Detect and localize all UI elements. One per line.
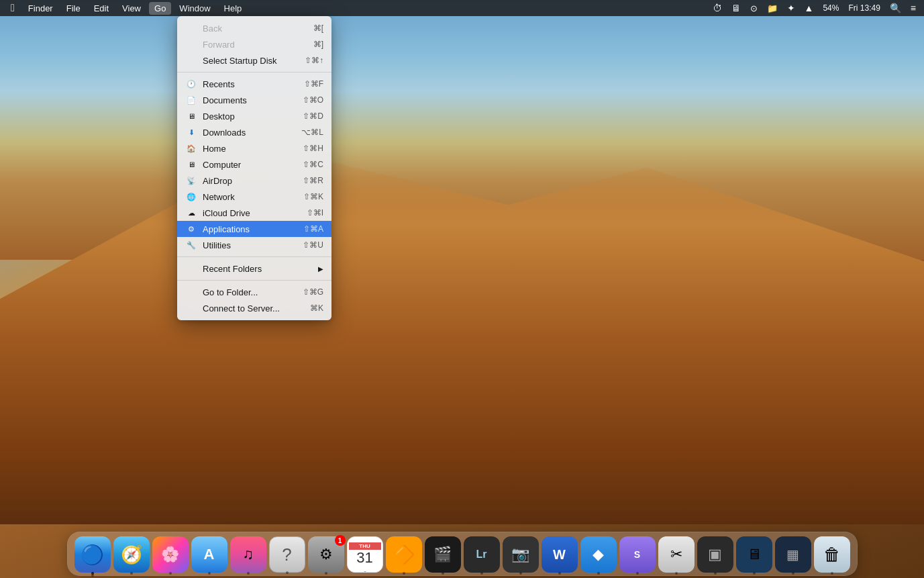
desktop: [0, 0, 924, 578]
dock-item-calendar[interactable]: THU 31: [347, 536, 383, 573]
dock-item-safari[interactable]: 🧭: [113, 536, 150, 573]
dock-item-claquette[interactable]: 🎬: [425, 536, 461, 573]
network-label: Network: [203, 192, 303, 202]
dock-item-screens[interactable]: 🖥: [736, 536, 772, 573]
screen-record-icon[interactable]: ⊙: [748, 2, 760, 15]
menu-item-network[interactable]: 🌐 Network ⇧⌘K: [177, 189, 331, 205]
forward-label: Forward: [203, 40, 313, 50]
dock-item-preferences[interactable]: ⚙ 1: [308, 536, 344, 573]
menu-item-startup[interactable]: Select Startup Disk ⇧⌘↑: [177, 52, 331, 68]
home-shortcut: ⇧⌘H: [303, 144, 323, 153]
documents-shortcut: ⇧⌘O: [303, 95, 323, 105]
menubar-left:  Finder File Edit View Go Window Help: [5, 2, 247, 15]
finder-icon-tray[interactable]: 📁: [764, 2, 780, 15]
icloud-shortcut: ⇧⌘I: [307, 208, 323, 218]
divider-1: [177, 72, 331, 73]
recents-label: Recents: [203, 79, 304, 89]
desktop-icon: 🖥: [185, 110, 197, 122]
dock-item-tes[interactable]: ✂: [658, 536, 695, 573]
menu-item-documents[interactable]: 📄 Documents ⇧⌘O: [177, 92, 331, 108]
apple-menu[interactable]: : [5, 2, 20, 14]
dock-item-appstore[interactable]: A: [191, 536, 227, 573]
menu-item-forward[interactable]: Forward ⌘]: [177, 36, 331, 52]
window-menu[interactable]: Window: [174, 2, 215, 15]
downloads-label: Downloads: [203, 128, 301, 138]
divider-3: [177, 280, 331, 281]
connect-server-icon: [185, 302, 197, 314]
dock-item-word[interactable]: W: [542, 536, 578, 573]
connect-server-label: Connect to Server...: [203, 303, 310, 314]
menu-item-recents[interactable]: 🕐 Recents ⇧⌘F: [177, 76, 331, 92]
go-menu-section-3: Recent Folders ▶: [177, 259, 331, 278]
utilities-shortcut: ⇧⌘U: [303, 240, 323, 250]
downloads-icon: ⬇: [185, 126, 197, 138]
file-menu[interactable]: File: [61, 2, 86, 15]
dock-item-finder[interactable]: 🔵: [74, 536, 111, 573]
dock: 🔵 🧭 🌸 A ♫ ? ⚙ 1 THU 31 🔶 🎬 Lr 📷 W ◆: [68, 532, 857, 575]
dock-item-camlock[interactable]: 📷: [503, 536, 539, 573]
display-icon[interactable]: 🖥: [729, 1, 743, 15]
connect-server-shortcut: ⌘K: [310, 303, 323, 313]
dock-item-help[interactable]: ?: [269, 536, 305, 573]
desktop-shortcut: ⇧⌘D: [303, 111, 323, 121]
go-menu-dropdown: Back ⌘[ Forward ⌘] Select Startup Disk ⇧…: [177, 16, 331, 320]
computer-icon: 🖥: [185, 158, 197, 171]
divider-2: [177, 256, 331, 257]
finder-menu[interactable]: Finder: [23, 2, 58, 15]
menu-item-computer[interactable]: 🖥 Computer ⇧⌘C: [177, 156, 331, 173]
airdrop-icon: 📡: [185, 175, 197, 187]
menu-item-desktop[interactable]: 🖥 Desktop ⇧⌘D: [177, 108, 331, 124]
icloud-icon: ☁: [185, 207, 197, 219]
computer-shortcut: ⇧⌘C: [303, 160, 323, 169]
dock-item-dropbox[interactable]: ◆: [580, 536, 617, 573]
menu-item-recent-folders[interactable]: Recent Folders ▶: [177, 260, 331, 277]
applications-shortcut: ⇧⌘A: [303, 224, 323, 234]
recent-folders-label: Recent Folders: [203, 264, 315, 274]
time-machine-icon[interactable]: ⏱: [710, 1, 725, 15]
menu-item-applications[interactable]: ⚙ Applications ⇧⌘A: [177, 221, 331, 237]
go-menu-trigger[interactable]: Go: [149, 2, 171, 15]
dock-item-screenium[interactable]: ▣: [697, 536, 733, 573]
dock-item-lightroom[interactable]: Lr: [464, 536, 500, 573]
edit-menu[interactable]: Edit: [89, 2, 114, 15]
menu-item-downloads[interactable]: ⬇ Downloads ⌥⌘L: [177, 124, 331, 140]
recent-folders-icon: [185, 262, 197, 275]
recents-shortcut: ⇧⌘F: [304, 79, 323, 89]
dock-item-mosaic[interactable]: ▦: [775, 536, 811, 573]
spotlight-icon[interactable]: 🔍: [887, 1, 904, 15]
startup-icon: [185, 54, 197, 66]
recent-folders-arrow: ▶: [318, 265, 323, 273]
help-menu[interactable]: Help: [219, 2, 248, 15]
dock-item-vlc[interactable]: 🔶: [386, 536, 422, 573]
dock-item-setapp[interactable]: S: [619, 536, 656, 573]
startup-label: Select Startup Disk: [203, 56, 305, 66]
documents-label: Documents: [203, 95, 303, 105]
menu-item-utilities[interactable]: 🔧 Utilities ⇧⌘U: [177, 237, 331, 253]
dock-item-trash[interactable]: 🗑: [814, 536, 850, 573]
network-shortcut: ⇧⌘K: [303, 192, 323, 201]
back-label: Back: [203, 23, 313, 34]
view-menu[interactable]: View: [117, 2, 146, 15]
back-icon: [185, 22, 197, 34]
startup-shortcut: ⇧⌘↑: [305, 56, 323, 65]
menubar:  Finder File Edit View Go Window Help ⏱…: [0, 0, 924, 16]
airdrop-shortcut: ⇧⌘R: [303, 176, 323, 185]
computer-label: Computer: [203, 160, 303, 170]
notification-center-icon[interactable]: ≡: [908, 1, 919, 15]
battery-display[interactable]: 54%: [820, 2, 841, 14]
menu-item-home[interactable]: 🏠 Home ⇧⌘H: [177, 140, 331, 156]
menu-item-connect-server[interactable]: Connect to Server... ⌘K: [177, 300, 331, 316]
bluetooth-icon[interactable]: ✦: [784, 1, 798, 15]
utilities-label: Utilities: [203, 240, 303, 250]
dock-item-photos[interactable]: 🌸: [152, 536, 189, 573]
menu-item-goto-folder[interactable]: Go to Folder... ⇧⌘G: [177, 284, 331, 300]
network-icon: 🌐: [185, 191, 197, 203]
menu-item-icloud[interactable]: ☁ iCloud Drive ⇧⌘I: [177, 205, 331, 221]
applications-icon: ⚙: [185, 223, 197, 235]
dock-item-music[interactable]: ♫: [230, 536, 266, 573]
menu-item-airdrop[interactable]: 📡 AirDrop ⇧⌘R: [177, 173, 331, 189]
menu-item-back[interactable]: Back ⌘[: [177, 20, 331, 36]
go-menu-section-2: 🕐 Recents ⇧⌘F 📄 Documents ⇧⌘O 🖥 Desktop …: [177, 75, 331, 254]
wifi-icon[interactable]: ▲: [802, 1, 817, 15]
forward-icon: [185, 38, 197, 50]
